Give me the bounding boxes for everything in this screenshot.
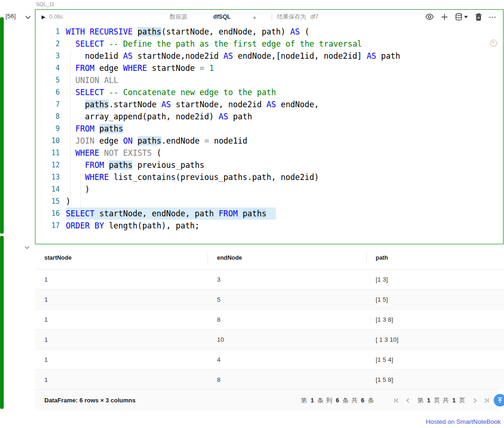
table-row: 15[1 5] — [35, 290, 504, 310]
code-text: node1id AS startNode,node2id AS endNode,… — [66, 50, 400, 62]
table-cell: 1 — [35, 290, 208, 310]
code-text: WHERE list_contains(previous_paths.path,… — [66, 171, 319, 183]
line-number: 17 — [42, 220, 66, 232]
line-number: 10 — [42, 135, 66, 147]
table-cell: [1 3 8] — [366, 310, 504, 330]
line-number: 4 — [42, 62, 66, 74]
database-icon[interactable] — [455, 13, 468, 21]
hosted-on-link[interactable]: Hosted on SmartNoteBook — [426, 418, 501, 425]
code-text: UNION ALL — [66, 74, 119, 86]
next-page-icon[interactable] — [473, 398, 477, 403]
table-cell: 10 — [208, 330, 366, 350]
indent-guide — [80, 171, 81, 207]
table-cell: [1 5 8] — [366, 370, 504, 390]
toolbar-divider — [272, 14, 272, 20]
eye-icon[interactable] — [425, 14, 434, 20]
pagination: 第 1 条 到 6 条 共 6 条 第 1 页 共 1 页 — [301, 396, 490, 405]
table-row: 14[1 5 4] — [35, 350, 504, 370]
cell-collapse-chevron-down-icon[interactable] — [24, 14, 32, 21]
code-line: 16SELECT startNode, endNode, path FROM p… — [35, 207, 503, 220]
line-number: 8 — [42, 110, 66, 123]
line-number: 13 — [42, 171, 66, 183]
line-number: 11 — [42, 147, 66, 159]
execution-duration: 0.06s — [49, 14, 63, 20]
table-row: 18[1 3 8] — [35, 310, 504, 330]
line-number: 1 — [42, 26, 66, 38]
code-line: 12 FROM paths previous_paths — [35, 159, 503, 171]
table-cell: 1 — [35, 370, 208, 390]
line-number: 15 — [42, 195, 66, 207]
code-line: 1WITH RECURSIVE paths(startNode, endNode… — [35, 26, 503, 38]
code-line: 17ORDER BY length(path), path; — [35, 220, 503, 232]
code-line: 5 UNION ALL — [35, 74, 503, 86]
code-text: SELECT startNode, endNode, path FROM pat… — [66, 207, 276, 220]
sql-cell: ▶ 0.06s 数据源 dfSQL ▲ 结果保存为 df7 ··· — [35, 9, 504, 244]
output-run-status-bar — [0, 236, 4, 409]
table-cell: [1 5 4] — [366, 350, 504, 370]
table-cell: 8 — [208, 370, 366, 390]
engine-selector[interactable]: dfSQL — [213, 14, 231, 20]
code-line: 11 WHERE NOT EXISTS ( — [35, 147, 503, 159]
code-text: JOIN edge ON paths.endNode = node1id — [66, 135, 247, 147]
code-text: FROM paths previous_paths — [66, 159, 204, 171]
line-number: 12 — [42, 159, 66, 171]
last-page-icon[interactable] — [483, 398, 490, 403]
sql-code-editor[interactable]: 1WITH RECURSIVE paths(startNode, endNode… — [35, 24, 503, 241]
arrow-up-to-line-icon — [497, 397, 503, 403]
table-cell: 1 — [35, 310, 208, 330]
code-text: ) — [66, 195, 70, 207]
code-text: FROM edge WHERE startNode = 1 — [66, 62, 214, 74]
table-cell: [ 1 3 10] — [366, 330, 504, 350]
line-number: 6 — [42, 86, 66, 98]
row-range-text: 第 1 条 到 6 条 共 6 条 — [301, 396, 375, 405]
run-cell-button[interactable]: ▶ — [42, 14, 45, 20]
code-line: 10 JOIN edge ON paths.endNode = node1id — [35, 135, 503, 147]
execution-count: [56] — [6, 13, 16, 20]
table-cell: 1 — [35, 350, 208, 370]
code-line: 2 SELECT -- Define the path as the first… — [35, 38, 503, 50]
toolbar-icon-group: ··· — [425, 13, 497, 21]
result-variable[interactable]: df7 — [310, 14, 318, 20]
indent-guide — [70, 50, 71, 207]
result-save-label: 结果保存为 — [277, 13, 306, 21]
table-cell: 4 — [208, 350, 366, 370]
code-text: paths.startNode AS startNode, node2id AS… — [66, 98, 319, 110]
prev-page-icon[interactable] — [406, 398, 410, 403]
cell-name-label: SQL_11 — [36, 1, 55, 7]
table-row: 110[ 1 3 10] — [35, 330, 504, 350]
ellipsis-icon[interactable]: ··· — [489, 14, 497, 21]
code-line: 7 paths.startNode AS startNode, node2id … — [35, 98, 503, 110]
table-cell: 8 — [208, 310, 366, 330]
table-cell: 1 — [35, 330, 208, 350]
table-footer: DataFrame: 6 rows × 3 columns 第 1 条 到 6 … — [35, 389, 498, 411]
code-line: 3 node1id AS startNode,node2id AS endNod… — [35, 50, 503, 62]
table-header-row: startNodeendNodepath — [35, 247, 504, 269]
result-output: startNodeendNodepath 13[1 3]15[1 5]18[1 … — [35, 246, 498, 411]
result-table: startNodeendNodepath 13[1 3]15[1 5]18[1 … — [35, 246, 504, 389]
collapse-triangle-icon[interactable]: ▲ — [252, 14, 257, 20]
back-to-top-button[interactable] — [494, 394, 504, 407]
table-cell: 3 — [208, 269, 366, 290]
line-number: 3 — [42, 50, 66, 62]
column-header-endNode: endNode — [208, 247, 366, 269]
history-dot-icon[interactable] — [490, 40, 497, 47]
cell-toolbar: ▶ 0.06s 数据源 dfSQL ▲ 结果保存为 df7 ··· — [35, 10, 503, 24]
page-indicator-text: 第 1 页 共 1 页 — [417, 396, 466, 405]
code-text: WHERE NOT EXISTS ( — [66, 147, 161, 159]
code-text: SELECT -- Define the path as the first e… — [66, 38, 362, 50]
code-line: 13 WHERE list_contains(previous_paths.pa… — [35, 171, 503, 183]
trash-icon[interactable] — [475, 13, 482, 21]
code-text: array_append(path, node2id) AS path — [66, 110, 252, 123]
code-line: 4 FROM edge WHERE startNode = 1 — [35, 62, 503, 74]
first-page-icon[interactable] — [393, 398, 399, 403]
code-text: FROM paths — [66, 123, 123, 135]
table-cell: 5 — [208, 290, 366, 310]
datasource-label: 数据源 — [170, 13, 188, 21]
line-number: 7 — [42, 98, 66, 110]
table-cell: [1 3] — [366, 269, 504, 290]
code-text: ) — [66, 183, 90, 195]
code-text: ORDER BY length(path), path; — [66, 220, 200, 232]
line-number: 14 — [42, 183, 66, 195]
plus-icon[interactable] — [441, 14, 448, 21]
output-collapse-chevron-down-icon[interactable] — [24, 244, 30, 251]
